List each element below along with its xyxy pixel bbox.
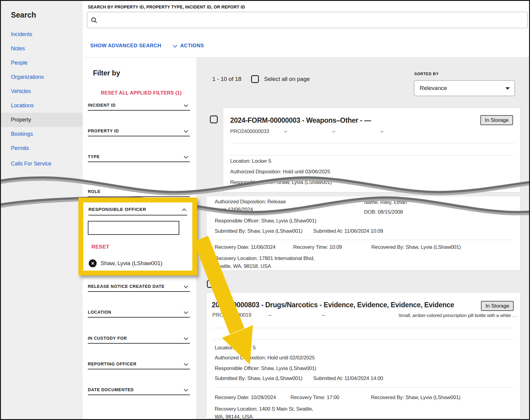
sidebar-item-calls-for-service[interactable]: Calls For Service — [1, 157, 83, 171]
result2-checkbox[interactable] — [207, 280, 215, 288]
show-advanced-search-link[interactable]: SHOW ADVANCED SEARCH — [90, 43, 161, 49]
filter-label-release-notice: RELEASE NOTICE CREATED DATE — [88, 284, 164, 289]
chevron-down-icon[interactable] — [184, 189, 188, 193]
divider — [215, 387, 513, 388]
sidebar-item-incidents[interactable]: Incidents — [1, 27, 83, 42]
result2-submitted-at: Submitted At: 11/04/2024 14:00 — [313, 375, 383, 382]
filter-label-reporting-officer: REPORTING OFFICER — [88, 362, 136, 366]
actions-menu-button[interactable]: ACTIONS — [180, 43, 204, 49]
results-count: 1 - 10 of 18 — [212, 76, 241, 82]
responsible-officer-chip-label: Shaw, Lyvia (LShaw001) — [101, 260, 162, 267]
sort-value: Relevance — [420, 85, 447, 92]
chevron-down-icon[interactable] — [184, 310, 188, 314]
resultc-person-dob: DOB: 08/15/2008 — [364, 209, 403, 215]
result2-submitted-by: Submitted By: Shaw, Lyvia (LShaw001) — [215, 375, 303, 382]
result2-description: Small, amber-colored prescription pill b… — [399, 313, 517, 318]
sidebar-item-vehicles[interactable]: Vehicles — [1, 84, 83, 98]
results-area: 1 - 10 of 18 Select all on page SORTED B… — [196, 58, 530, 420]
responsible-officer-chip: ✕ Shaw, Lyvia (LShaw001) — [89, 259, 162, 267]
search-header: SEARCH BY PROPERTY ID, PROPERTY TYPE, IN… — [83, 1, 530, 56]
divider — [88, 215, 187, 215]
result2-dash-1: – — [269, 312, 271, 318]
responsible-officer-input[interactable] — [88, 221, 179, 235]
chevron-down-icon[interactable] — [184, 336, 188, 340]
filter-label-incident-id: INCIDENT ID — [88, 103, 116, 108]
sidebar-title: Search — [11, 11, 83, 19]
chevron-down-icon[interactable] — [184, 154, 188, 158]
result1-auth-disposition: Authorized Disposition: Hold until 03/06… — [230, 169, 330, 175]
result2-property-id: PRO2400000019 — [212, 312, 251, 318]
close-icon[interactable]: ✕ — [89, 259, 97, 267]
sort-dropdown[interactable]: Relevance — [414, 80, 515, 96]
chevron-down-icon[interactable] — [184, 284, 188, 288]
divider — [212, 328, 513, 328]
search-box[interactable] — [87, 12, 528, 28]
filter-label-responsible-officer: RESPONSIBLE OFFICER — [88, 207, 146, 212]
chevron-down-icon[interactable] — [184, 387, 188, 392]
filter-section-in-custody-for[interactable]: IN CUSTODY FOR — [88, 335, 190, 344]
sidebar-item-locations[interactable]: Locations — [1, 98, 83, 113]
reset-all-filters-link[interactable]: RESET ALL APPLIED FILTERS (1) — [101, 90, 182, 96]
filter-label-location: LOCATION — [88, 310, 111, 315]
responsible-officer-reset-link[interactable]: RESET — [91, 244, 109, 250]
resultc-recovery-location: Recovery Location: 17801 International B… — [215, 255, 315, 270]
result1-dash-3: – — [380, 128, 383, 135]
result2-title[interactable]: 2024-00000803 - Drugs/Narcotics - Eviden… — [212, 301, 454, 309]
result-card-continued[interactable]: Authorized Disposition: Release since 12… — [206, 196, 521, 271]
result2-dash-2: – — [322, 312, 325, 318]
resultc-responsible-officer: Responsible Officer: Shaw, Lyvia (LShaw0… — [215, 218, 316, 224]
property-search-page: Search Incidents Notes People Organizati… — [0, 0, 530, 420]
filter-label-type: TYPE — [88, 154, 100, 159]
chevron-down-icon[interactable] — [184, 362, 188, 366]
filter-label-in-custody-for: IN CUSTODY FOR — [88, 336, 127, 341]
filter-section-property-id[interactable]: PROPERTY ID — [88, 128, 190, 136]
sidebar-item-organizations[interactable]: Organizations — [1, 70, 83, 84]
result1-dash-1: – — [284, 128, 287, 135]
search-input[interactable] — [101, 13, 525, 27]
result1-location: Location: Locker 5 — [230, 158, 271, 164]
result1-checkbox[interactable] — [210, 115, 218, 123]
result1-property-id: PRO2400000033 — [230, 128, 269, 135]
sidebar-item-people[interactable]: People — [1, 56, 83, 70]
responsible-officer-filter-highlight: RESPONSIBLE OFFICER RESET ✕ Shaw, Lyvia … — [78, 198, 197, 275]
filter-section-type[interactable]: TYPE — [88, 154, 190, 162]
result2-auth-disposition: Authorized Disposition: Hold until 02/02… — [215, 355, 315, 361]
result-card-2[interactable]: 2024-00000803 - Drugs/Narcotics - Eviden… — [206, 292, 521, 418]
chevron-down-icon[interactable] — [184, 128, 188, 133]
sidebar-item-bookings[interactable]: Bookings — [1, 127, 83, 141]
resultc-submitted-by: Submitted By: Shaw, Lyvia (LShaw001) — [215, 228, 303, 234]
result2-status-badge: In Storage — [481, 301, 514, 311]
result1-responsible-officer: Responsible Officer: Shaw, Lyvia (LShaw0… — [230, 179, 332, 185]
filter-label-property-id: PROPERTY ID — [88, 128, 119, 133]
chevron-down-icon[interactable] — [184, 103, 188, 107]
sidebar-item-property[interactable]: Property — [1, 113, 83, 127]
filter-by-title: Filter by — [93, 69, 120, 77]
sidebar-nav: Incidents Notes People Organizations Veh… — [1, 27, 83, 171]
divider — [212, 339, 513, 339]
filter-section-incident-id[interactable]: INCIDENT ID — [88, 102, 190, 111]
filter-section-release-notice-created-date[interactable]: RELEASE NOTICE CREATED DATE — [88, 283, 190, 292]
result2-location: Location: Locker 5 — [215, 345, 256, 351]
filter-section-role[interactable]: ROLE — [88, 188, 190, 197]
result2-recovery-time: Recovery Time: 17:00 — [290, 395, 339, 401]
resultc-recovery-time: Recovery Time: 10:09 — [293, 244, 342, 250]
search-sidebar: Search Incidents Notes People Organizati… — [1, 1, 83, 419]
sidebar-item-permits[interactable]: Permits — [1, 141, 83, 155]
resultc-submitted-at: Submitted At: 11/06/2024 10:09 — [313, 228, 383, 234]
chevron-down-icon[interactable] — [173, 43, 177, 48]
filter-section-date-documented[interactable]: DATE DOCUMENTED — [88, 387, 190, 395]
filter-label-date-documented: DATE DOCUMENTED — [88, 387, 134, 392]
sorted-by-label: SORTED BY — [414, 72, 439, 76]
result1-title[interactable]: 2024-FORM-00000003 - Weapons–Other - — — [230, 116, 371, 125]
select-all-checkbox[interactable] — [251, 75, 259, 83]
chevron-up-icon[interactable] — [182, 208, 186, 213]
caret-down-icon — [505, 87, 510, 90]
sidebar-item-notes[interactable]: Notes — [1, 42, 83, 56]
result-card-1[interactable]: 2024-FORM-00000003 - Weapons–Other - — I… — [223, 108, 521, 192]
divider — [215, 240, 513, 240]
filter-section-reporting-officer[interactable]: REPORTING OFFICER — [88, 361, 190, 369]
filter-section-location[interactable]: LOCATION — [88, 309, 190, 318]
divider — [230, 143, 515, 143]
result1-dash-2: – — [332, 128, 335, 135]
filter-label-role: ROLE — [88, 189, 101, 194]
